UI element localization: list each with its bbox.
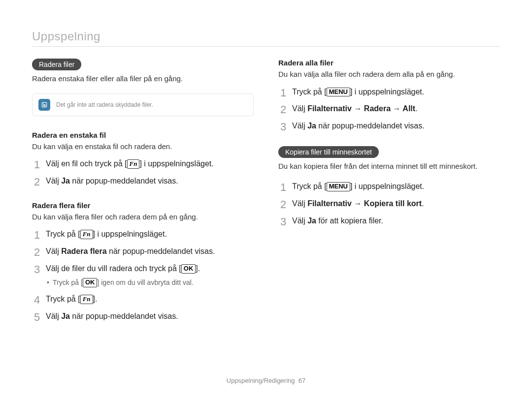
fn-button-icon: Fn [127, 159, 140, 169]
pill-radera-filer: Radera filer [32, 59, 81, 70]
desc-radera-alla: Du kan välja alla filer och radera dem a… [278, 69, 500, 80]
steps-kopiera-filer: Tryck på [MENU] i uppspelningsläget. Väl… [278, 181, 500, 227]
pill-radera-filer-intro: Radera enstaka filer eller alla filer på… [32, 73, 254, 85]
content-columns: Radera filer Radera enstaka filer eller … [32, 59, 500, 337]
footer-page-number: 67 [299, 377, 305, 384]
step-item: Välj Ja när popup-meddelandet visas. [278, 120, 500, 132]
ok-button-icon: OK [181, 264, 196, 274]
step-item: Välj en fil och tryck på [Fn] i uppspeln… [32, 158, 254, 170]
sub-step-item: Tryck på [OK] igen om du vill avbryta di… [46, 278, 254, 288]
page-footer: Uppspelning/Redigering 67 [0, 377, 532, 384]
step-item: Välj de filer du vill radera och tryck p… [32, 263, 254, 288]
step-item: Välj Filalternativ → Kopiera till kort. [278, 198, 500, 210]
step-item: Välj Ja när popup-meddelandet visas. [32, 175, 254, 187]
step-item: Tryck på [MENU] i uppspelningsläget. [278, 86, 500, 98]
fn-button-icon: Fn [80, 230, 93, 239]
pill-kopiera-filer-intro: Du kan kopiera filer från det interna mi… [278, 161, 500, 172]
menu-button-icon: MENU [327, 88, 350, 97]
desc-radera-flera: Du kan välja flera filer och radera dem … [32, 212, 254, 223]
step-item: Tryck på [Fn]. [32, 293, 254, 306]
page-title: Uppspelning [32, 30, 500, 47]
right-column: Radera alla filer Du kan välja alla file… [278, 59, 500, 337]
note-box: Det går inte att radera skyddade filer. [32, 93, 254, 116]
left-column: Radera filer Radera enstaka filer eller … [32, 59, 254, 337]
step-item: Välj Ja när popup-meddelandet visas. [32, 310, 254, 323]
pill-kopiera-filer: Kopiera filer till minneskortet [278, 146, 379, 158]
step-item: Välj Filalternativ → Radera → Allt. [278, 103, 500, 115]
heading-radera-flera: Radera flera filer [32, 201, 254, 210]
heading-radera-enstaka: Radera en enstaka fil [32, 131, 254, 139]
ok-button-icon: OK [83, 278, 98, 287]
step-item: Välj Ja för att kopiera filer. [278, 215, 500, 227]
steps-radera-alla: Tryck på [MENU] i uppspelningsläget. Väl… [278, 86, 500, 132]
steps-radera-enstaka: Välj en fil och tryck på [Fn] i uppspeln… [32, 158, 254, 187]
step-item: Tryck på [Fn] i uppspelningsläget. [32, 228, 254, 241]
footer-section: Uppspelning/Redigering [227, 377, 295, 384]
step-item: Tryck på [MENU] i uppspelningsläget. [278, 181, 500, 193]
heading-radera-alla: Radera alla filer [278, 59, 500, 67]
steps-radera-flera: Tryck på [Fn] i uppspelningsläget. Välj … [32, 228, 254, 323]
info-icon [38, 99, 50, 111]
step-item: Välj Radera flera när popup-meddelandet … [32, 246, 254, 258]
menu-button-icon: MENU [327, 182, 350, 191]
desc-radera-enstaka: Du kan välja en enstaka fil och radera d… [32, 141, 254, 153]
fn-button-icon: Fn [80, 295, 93, 304]
note-text: Det går inte att radera skyddade filer. [56, 101, 153, 108]
